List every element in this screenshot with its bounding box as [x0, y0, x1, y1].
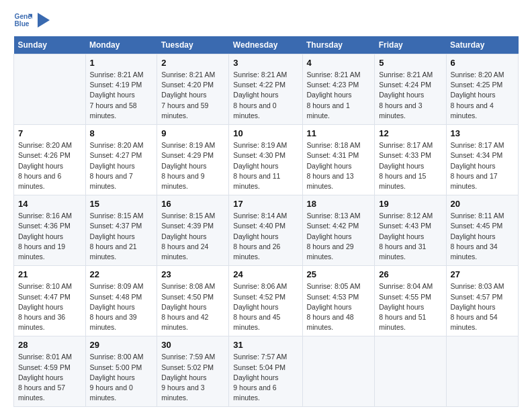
day-number: 15 [90, 199, 153, 209]
calendar-cell: 25Sunrise: 8:05 AMSunset: 4:53 PMDayligh… [302, 266, 375, 336]
calendar-cell: 21Sunrise: 8:10 AMSunset: 4:47 PMDayligh… [14, 266, 86, 336]
day-info: Sunrise: 8:08 AMSunset: 4:50 PMDaylight … [161, 281, 224, 332]
day-info: Sunrise: 8:00 AMSunset: 5:00 PMDaylight … [90, 352, 153, 403]
calendar-cell: 2Sunrise: 8:21 AMSunset: 4:20 PMDaylight… [157, 54, 229, 125]
calendar-cell [446, 336, 519, 407]
day-info: Sunrise: 7:59 AMSunset: 5:02 PMDaylight … [161, 352, 224, 403]
calendar-cell: 20Sunrise: 8:11 AMSunset: 4:45 PMDayligh… [446, 195, 519, 266]
day-info: Sunrise: 8:15 AMSunset: 4:39 PMDaylight … [161, 211, 224, 262]
day-number: 21 [18, 269, 81, 279]
header-saturday: Saturday [446, 36, 519, 54]
calendar-cell: 31Sunrise: 7:57 AMSunset: 5:04 PMDayligh… [229, 336, 302, 407]
day-info: Sunrise: 8:20 AMSunset: 4:27 PMDaylight … [90, 140, 153, 191]
calendar-cell [375, 336, 446, 407]
calendar-cell: 5Sunrise: 8:21 AMSunset: 4:24 PMDaylight… [375, 54, 446, 125]
calendar-cell: 7Sunrise: 8:20 AMSunset: 4:26 PMDaylight… [14, 125, 86, 195]
day-number: 10 [233, 128, 298, 138]
day-info: Sunrise: 8:21 AMSunset: 4:22 PMDaylight … [233, 70, 298, 121]
day-info: Sunrise: 8:21 AMSunset: 4:24 PMDaylight … [379, 70, 441, 121]
day-number: 5 [379, 58, 441, 68]
day-number: 6 [451, 58, 515, 68]
day-info: Sunrise: 8:03 AMSunset: 4:57 PMDaylight … [451, 281, 515, 332]
day-number: 22 [90, 269, 153, 279]
calendar-week-row: 7Sunrise: 8:20 AMSunset: 4:26 PMDaylight… [14, 125, 519, 195]
day-info: Sunrise: 8:13 AMSunset: 4:42 PMDaylight … [307, 211, 371, 262]
calendar-cell: 13Sunrise: 8:17 AMSunset: 4:34 PMDayligh… [446, 125, 519, 195]
calendar-cell: 6Sunrise: 8:20 AMSunset: 4:25 PMDaylight… [446, 54, 519, 125]
calendar-cell: 1Sunrise: 8:21 AMSunset: 4:19 PMDaylight… [85, 54, 157, 125]
calendar-cell: 11Sunrise: 8:18 AMSunset: 4:31 PMDayligh… [302, 125, 375, 195]
day-info: Sunrise: 8:20 AMSunset: 4:26 PMDaylight … [18, 140, 81, 191]
calendar-cell: 29Sunrise: 8:00 AMSunset: 5:00 PMDayligh… [85, 336, 157, 407]
day-number: 9 [161, 128, 224, 138]
calendar-cell: 14Sunrise: 8:16 AMSunset: 4:36 PMDayligh… [14, 195, 86, 266]
day-info: Sunrise: 8:17 AMSunset: 4:33 PMDaylight … [379, 140, 441, 191]
day-number: 11 [307, 128, 371, 138]
calendar-week-row: 14Sunrise: 8:16 AMSunset: 4:36 PMDayligh… [14, 195, 519, 266]
day-info: Sunrise: 8:10 AMSunset: 4:47 PMDaylight … [18, 281, 81, 332]
calendar-cell: 19Sunrise: 8:12 AMSunset: 4:43 PMDayligh… [375, 195, 446, 266]
day-number: 16 [161, 199, 224, 209]
page-header: General Blue [13, 11, 519, 30]
logo: General Blue [13, 11, 50, 30]
day-info: Sunrise: 8:20 AMSunset: 4:25 PMDaylight … [451, 70, 515, 121]
calendar-cell: 18Sunrise: 8:13 AMSunset: 4:42 PMDayligh… [302, 195, 375, 266]
calendar-cell: 9Sunrise: 8:19 AMSunset: 4:29 PMDaylight… [157, 125, 229, 195]
day-number: 19 [379, 199, 441, 209]
day-number: 25 [307, 269, 371, 279]
calendar-cell: 17Sunrise: 8:14 AMSunset: 4:40 PMDayligh… [229, 195, 302, 266]
day-number: 7 [18, 128, 81, 138]
calendar-cell: 4Sunrise: 8:21 AMSunset: 4:23 PMDaylight… [302, 54, 375, 125]
day-number: 18 [307, 199, 371, 209]
calendar-cell: 8Sunrise: 8:20 AMSunset: 4:27 PMDaylight… [85, 125, 157, 195]
header-thursday: Thursday [302, 36, 375, 54]
day-number: 30 [161, 340, 224, 350]
calendar-cell [14, 54, 86, 125]
calendar-cell: 23Sunrise: 8:08 AMSunset: 4:50 PMDayligh… [157, 266, 229, 336]
day-number: 24 [233, 269, 298, 279]
day-info: Sunrise: 7:57 AMSunset: 5:04 PMDaylight … [233, 352, 298, 403]
day-info: Sunrise: 8:17 AMSunset: 4:34 PMDaylight … [451, 140, 515, 191]
logo-arrow-icon [38, 13, 50, 28]
calendar-cell: 12Sunrise: 8:17 AMSunset: 4:33 PMDayligh… [375, 125, 446, 195]
day-number: 23 [161, 269, 224, 279]
day-info: Sunrise: 8:01 AMSunset: 4:59 PMDaylight … [18, 352, 81, 403]
day-info: Sunrise: 8:21 AMSunset: 4:19 PMDaylight … [90, 70, 153, 121]
day-info: Sunrise: 8:11 AMSunset: 4:45 PMDaylight … [451, 211, 515, 262]
calendar-week-row: 28Sunrise: 8:01 AMSunset: 4:59 PMDayligh… [14, 336, 519, 407]
calendar-cell: 16Sunrise: 8:15 AMSunset: 4:39 PMDayligh… [157, 195, 229, 266]
day-number: 4 [307, 58, 371, 68]
day-info: Sunrise: 8:21 AMSunset: 4:23 PMDaylight … [307, 70, 371, 121]
day-number: 27 [451, 269, 515, 279]
day-info: Sunrise: 8:14 AMSunset: 4:40 PMDaylight … [233, 211, 298, 262]
calendar-cell: 22Sunrise: 8:09 AMSunset: 4:48 PMDayligh… [85, 266, 157, 336]
day-info: Sunrise: 8:15 AMSunset: 4:37 PMDaylight … [90, 211, 153, 262]
header-friday: Friday [375, 36, 446, 54]
day-info: Sunrise: 8:18 AMSunset: 4:31 PMDaylight … [307, 140, 371, 191]
day-number: 3 [233, 58, 298, 68]
day-info: Sunrise: 8:19 AMSunset: 4:29 PMDaylight … [161, 140, 224, 191]
day-info: Sunrise: 8:16 AMSunset: 4:36 PMDaylight … [18, 211, 81, 262]
calendar-cell: 30Sunrise: 7:59 AMSunset: 5:02 PMDayligh… [157, 336, 229, 407]
day-number: 2 [161, 58, 224, 68]
calendar-cell: 3Sunrise: 8:21 AMSunset: 4:22 PMDaylight… [229, 54, 302, 125]
day-number: 29 [90, 340, 153, 350]
calendar-cell [302, 336, 375, 407]
header-wednesday: Wednesday [229, 36, 302, 54]
calendar-cell: 10Sunrise: 8:19 AMSunset: 4:30 PMDayligh… [229, 125, 302, 195]
day-number: 26 [379, 269, 441, 279]
calendar-cell: 28Sunrise: 8:01 AMSunset: 4:59 PMDayligh… [14, 336, 86, 407]
day-number: 28 [18, 340, 81, 350]
day-number: 31 [233, 340, 298, 350]
day-number: 20 [451, 199, 515, 209]
calendar-header-row: SundayMondayTuesdayWednesdayThursdayFrid… [14, 36, 519, 54]
header-sunday: Sunday [14, 36, 86, 54]
svg-text:Blue: Blue [15, 20, 30, 28]
day-info: Sunrise: 8:12 AMSunset: 4:43 PMDaylight … [379, 211, 441, 262]
day-number: 17 [233, 199, 298, 209]
day-info: Sunrise: 8:09 AMSunset: 4:48 PMDaylight … [90, 281, 153, 332]
day-number: 1 [90, 58, 153, 68]
day-info: Sunrise: 8:05 AMSunset: 4:53 PMDaylight … [307, 281, 371, 332]
header-tuesday: Tuesday [157, 36, 229, 54]
calendar-week-row: 1Sunrise: 8:21 AMSunset: 4:19 PMDaylight… [14, 54, 519, 125]
